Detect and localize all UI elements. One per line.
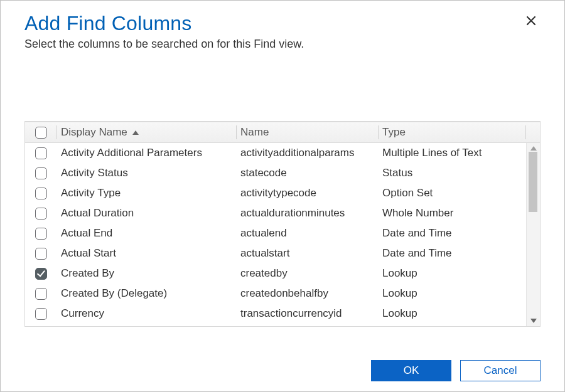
- table-row[interactable]: CurrencytransactioncurrencyidLookup: [25, 304, 526, 324]
- cell-name: statecode: [237, 167, 378, 179]
- cell-type: Whole Number: [379, 207, 526, 220]
- grid-header-row: Display Name Name Type: [25, 122, 540, 143]
- grid-body: Activity Additional Parametersactivityad…: [25, 143, 540, 326]
- dialog-footer: OK Cancel: [371, 360, 541, 381]
- cell-type: Lookup: [379, 287, 526, 300]
- close-button[interactable]: [522, 12, 541, 31]
- scroll-up-icon[interactable]: [530, 146, 537, 151]
- table-row[interactable]: Activity TypeactivitytypecodeOption Set: [25, 183, 526, 203]
- row-checkbox[interactable]: [35, 228, 47, 240]
- cell-display-name: Actual Duration: [57, 207, 236, 220]
- cell-name: actualend: [237, 227, 378, 240]
- cell-name: activityadditionalparams: [237, 147, 378, 159]
- row-checkbox[interactable]: [35, 167, 47, 179]
- table-row[interactable]: Created BycreatedbyLookup: [25, 263, 526, 283]
- cell-name: createdby: [237, 267, 378, 280]
- cell-type: Lookup: [379, 307, 526, 320]
- cell-type: Date and Time: [379, 247, 526, 260]
- cell-type: Date and Time: [379, 227, 526, 240]
- cell-display-name: Actual Start: [57, 247, 236, 260]
- scroll-down-icon[interactable]: [530, 319, 537, 323]
- cell-name: actualstart: [237, 247, 378, 260]
- row-checkbox[interactable]: [35, 188, 47, 199]
- column-header-label: Display Name: [61, 126, 127, 139]
- row-checkbox[interactable]: [35, 268, 47, 280]
- ok-button[interactable]: OK: [371, 360, 451, 381]
- column-header-label: Type: [382, 126, 406, 138]
- row-checkbox[interactable]: [35, 288, 47, 300]
- cell-type: Multiple Lines of Text: [379, 147, 526, 159]
- column-header-label: Name: [240, 126, 269, 138]
- table-row[interactable]: Created By (Delegate)createdonbehalfbyLo…: [25, 283, 526, 304]
- table-row[interactable]: Actual StartactualstartDate and Time: [25, 243, 526, 263]
- row-checkbox[interactable]: [35, 308, 47, 320]
- add-find-columns-dialog: Add Find Columns Select the columns to b…: [0, 0, 565, 392]
- table-row[interactable]: Activity StatusstatecodeStatus: [25, 163, 526, 183]
- column-header-name[interactable]: Name: [237, 126, 378, 139]
- columns-grid: Display Name Name Type Activity Addition…: [24, 121, 541, 327]
- dialog-header: Add Find Columns: [24, 8, 541, 36]
- cell-display-name: Currency: [57, 307, 236, 320]
- table-row[interactable]: Actual EndactualendDate and Time: [25, 223, 526, 243]
- row-checkbox[interactable]: [35, 147, 47, 159]
- cell-display-name: Created By: [57, 267, 236, 280]
- cell-name: transactioncurrencyid: [237, 307, 378, 320]
- cell-name: activitytypecode: [237, 187, 378, 199]
- cell-type: Status: [379, 167, 526, 179]
- table-row[interactable]: Actual DurationactualdurationminutesWhol…: [25, 203, 526, 223]
- cell-display-name: Activity Type: [57, 187, 236, 199]
- vertical-scrollbar[interactable]: [526, 143, 540, 326]
- sort-ascending-icon: [132, 130, 139, 135]
- dialog-subtitle: Select the columns to be searched on for…: [24, 38, 541, 51]
- column-divider: [525, 125, 526, 139]
- cell-display-name: Activity Status: [57, 167, 236, 179]
- row-checkbox[interactable]: [35, 248, 47, 260]
- cell-type: Option Set: [379, 187, 526, 199]
- dialog-title: Add Find Columns: [24, 12, 191, 35]
- cell-display-name: Created By (Delegate): [57, 287, 236, 300]
- cell-name: createdonbehalfby: [237, 287, 378, 300]
- column-header-type[interactable]: Type: [379, 126, 525, 139]
- column-header-display-name[interactable]: Display Name: [57, 126, 236, 139]
- select-all-checkbox[interactable]: [35, 127, 47, 139]
- cell-type: Lookup: [379, 267, 526, 280]
- cancel-button[interactable]: Cancel: [460, 360, 541, 381]
- cell-display-name: Activity Additional Parameters: [57, 147, 236, 159]
- close-icon: [526, 13, 536, 29]
- row-checkbox[interactable]: [35, 208, 47, 220]
- cell-name: actualdurationminutes: [237, 207, 378, 220]
- table-row[interactable]: Activity Additional Parametersactivityad…: [25, 143, 526, 163]
- scroll-thumb[interactable]: [529, 152, 537, 212]
- cell-display-name: Actual End: [57, 227, 236, 240]
